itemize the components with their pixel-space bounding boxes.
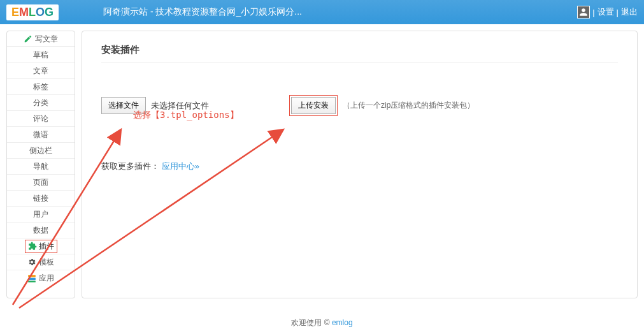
sidebar-item-label: 分类	[33, 98, 48, 108]
upload-hint: （上传一个zip压缩格式的插件安装包）	[343, 100, 475, 111]
footer-link[interactable]: emlog	[332, 318, 353, 327]
settings-link[interactable]: 设置	[597, 6, 614, 18]
main-content: 安装插件 选择文件 未选择任何文件 上传安装 （上传一个zip压缩格式的插件安装…	[82, 31, 638, 298]
upload-row: 选择文件 未选择任何文件 上传安装 （上传一个zip压缩格式的插件安装包）	[101, 95, 618, 116]
sidebar-item-twitter[interactable]: 微语	[7, 127, 75, 143]
sidebar-item-pages[interactable]: 页面	[7, 175, 75, 191]
sidebar-item-label: 评论	[33, 113, 48, 124]
sidebar-item-label: 插件	[39, 241, 54, 252]
logout-link[interactable]: 退出	[621, 6, 638, 18]
sidebar-item-label: 草稿	[33, 50, 48, 61]
top-right: | 设置 | 退出	[577, 6, 638, 18]
sidebar-item-categories[interactable]: 分类	[7, 95, 75, 111]
sidebar-item-label: 页面	[33, 177, 48, 188]
choose-file-button[interactable]: 选择文件	[101, 97, 146, 114]
no-file-text: 未选择任何文件	[151, 100, 209, 112]
sidebar-item-comments[interactable]: 评论	[7, 111, 75, 127]
sidebar-item-data[interactable]: 数据	[7, 223, 75, 238]
sidebar-item-label: 写文章	[35, 34, 58, 45]
sidebar-item-tags[interactable]: 标签	[7, 79, 75, 95]
pencil-icon	[24, 34, 32, 43]
sidebar-item-label: 模板	[39, 257, 54, 268]
app-center-link[interactable]: 应用中心»	[162, 161, 199, 171]
svg-rect-0	[28, 275, 36, 277]
footer-text: 欢迎使用 ©	[291, 318, 332, 327]
site-title[interactable]: 阿奇演示站 - 技术教程资源整合网_小刀娱乐网分...	[103, 6, 577, 18]
sidebar-item-write[interactable]: 写文章	[7, 31, 75, 47]
sidebar-item-links[interactable]: 链接	[7, 191, 75, 207]
sidebar-item-plugins[interactable]: 插件	[7, 238, 75, 254]
logo[interactable]: E M L O G	[6, 4, 59, 20]
more-prefix: 获取更多插件：	[101, 161, 159, 171]
sidebar-item-label: 标签	[33, 82, 48, 92]
sidebar-item-label: 应用	[39, 273, 54, 284]
gear-icon	[27, 258, 36, 267]
apps-icon	[27, 274, 36, 283]
svg-rect-1	[28, 277, 36, 280]
plugin-icon	[28, 242, 37, 251]
sidebar: 写文章 草稿 文章 标签 分类 评论 微语 侧边栏 导航 页面 链接 用户 数据…	[6, 31, 75, 298]
sidebar-item-articles[interactable]: 文章	[7, 63, 75, 79]
upload-install-button[interactable]: 上传安装	[291, 97, 336, 114]
sidebar-item-label: 数据	[33, 225, 48, 236]
upload-button-highlight: 上传安装	[289, 95, 338, 116]
page-heading: 安装插件	[101, 44, 618, 56]
user-icon	[579, 8, 588, 17]
sidebar-item-nav[interactable]: 导航	[7, 159, 75, 175]
sidebar-item-label: 侧边栏	[29, 145, 52, 156]
avatar[interactable]	[577, 6, 590, 18]
sidebar-item-users[interactable]: 用户	[7, 207, 75, 223]
sidebar-item-label: 文章	[33, 66, 48, 77]
sidebar-item-apps[interactable]: 应用	[7, 270, 75, 286]
footer: 欢迎使用 © emlog	[0, 305, 644, 329]
divider	[101, 62, 618, 63]
sidebar-item-label: 链接	[33, 193, 48, 204]
sidebar-item-templates[interactable]: 模板	[7, 254, 75, 270]
sidebar-item-drafts[interactable]: 草稿	[7, 47, 75, 63]
more-plugins-row: 获取更多插件： 应用中心»	[101, 161, 618, 172]
topbar: E M L O G 阿奇演示站 - 技术教程资源整合网_小刀娱乐网分... | …	[0, 0, 644, 24]
sidebar-item-widgets[interactable]: 侧边栏	[7, 143, 75, 159]
sidebar-item-label: 微语	[33, 129, 48, 140]
svg-rect-2	[28, 281, 36, 282]
sidebar-item-label: 用户	[33, 209, 48, 220]
sidebar-item-label: 导航	[33, 161, 48, 172]
